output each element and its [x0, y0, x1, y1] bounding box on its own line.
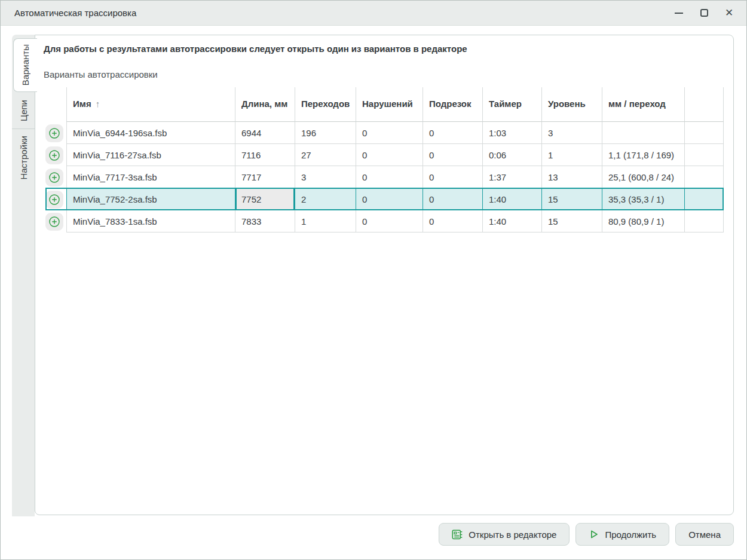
column-header-name[interactable]: Имя↑	[66, 87, 235, 122]
cell-vias: 3	[295, 166, 356, 188]
cell-len: 7116	[235, 144, 295, 166]
column-header-cuts[interactable]: Подрезок	[423, 87, 482, 122]
column-header-label: Переходов	[301, 99, 350, 110]
cell-spacer	[684, 166, 724, 188]
tab-strip: ВариантыЦепиНастройки	[12, 35, 35, 516]
cell-viol: 0	[356, 144, 423, 166]
column-header-label: Уровень	[548, 99, 586, 110]
expand-variant-button[interactable]	[45, 146, 63, 164]
sort-ascending-icon: ↑	[96, 99, 100, 110]
column-header-mmper[interactable]: мм / переход	[602, 87, 684, 122]
cell-timer: 1:40	[482, 210, 541, 232]
plus-icon	[48, 149, 60, 161]
cell-spacer	[684, 144, 724, 166]
cell-mmper: 80,9 (80,9 / 1)	[602, 210, 684, 232]
tab-label: Настройки	[19, 136, 29, 180]
cell-cuts: 0	[423, 144, 482, 166]
expand-variant-button[interactable]	[45, 169, 63, 186]
cell-vias: 27	[295, 144, 356, 166]
table-caption: Варианты автотрассировки	[44, 69, 733, 79]
board-editor-icon	[452, 529, 463, 540]
plus-icon	[48, 172, 60, 183]
cell-timer: 1:03	[482, 122, 541, 144]
window-controls: ✕	[669, 4, 746, 22]
column-header-spacer[interactable]	[684, 87, 724, 122]
continue-button[interactable]: Продолжить	[575, 523, 669, 546]
maximize-icon	[700, 9, 708, 17]
cell-spacer	[684, 210, 724, 232]
column-header-vias[interactable]: Переходов	[295, 87, 356, 122]
open-in-editor-button[interactable]: Открыть в редакторе	[439, 523, 570, 546]
plus-icon	[48, 127, 60, 139]
cell-cuts: 0	[423, 210, 482, 232]
tab-nets[interactable]: Цепи	[12, 92, 35, 129]
minimize-button[interactable]	[669, 4, 689, 22]
cell-level: 3	[541, 122, 602, 144]
column-header-len[interactable]: Длина, мм	[235, 87, 295, 122]
cell-name: MinVia_7833-1sa.fsb	[66, 210, 235, 232]
cell-vias: 196	[295, 122, 356, 144]
column-header-label: Таймер	[489, 99, 522, 110]
tab-variants[interactable]: Варианты	[13, 38, 37, 92]
cell-len: 6944	[235, 122, 295, 144]
table-row[interactable]: MinVia_7116-27sa.fsb711627000:0611,1 (17…	[45, 144, 724, 166]
cell-mmper: 25,1 (600,8 / 24)	[602, 166, 684, 188]
cell-len: 7752	[235, 188, 295, 210]
column-header-label: Подрезок	[429, 99, 472, 110]
maximize-button[interactable]	[694, 4, 714, 22]
title-bar: Автоматическая трассировка ✕	[1, 1, 746, 26]
expand-variant-button[interactable]	[45, 191, 63, 209]
cell-level: 13	[541, 166, 602, 188]
cell-timer: 0:06	[482, 144, 541, 166]
column-header-label: Длина, мм	[241, 99, 287, 110]
cancel-button[interactable]: Отмена	[675, 523, 734, 546]
plus-icon	[48, 216, 60, 228]
cell-viol: 0	[356, 188, 423, 210]
table-header-row: Имя↑Длина, ммПереходовНарушенийПодрезокТ…	[45, 87, 724, 122]
cell-viol: 0	[356, 122, 423, 144]
row-plus-cell	[45, 210, 66, 232]
window-title: Автоматическая трассировка	[14, 8, 136, 18]
continue-label: Продолжить	[605, 530, 656, 540]
column-header-viol[interactable]: Нарушений	[356, 87, 423, 122]
close-button[interactable]: ✕	[719, 4, 739, 22]
table-row[interactable]: MinVia_6944-196sa.fsb6944196001:033	[45, 122, 724, 144]
cell-len: 7717	[235, 166, 295, 188]
cell-spacer	[684, 188, 724, 210]
column-header-timer[interactable]: Таймер	[482, 87, 541, 122]
column-header-level[interactable]: Уровень	[541, 87, 602, 122]
row-plus-cell	[45, 166, 66, 188]
cell-viol: 0	[356, 210, 423, 232]
open-in-editor-label: Открыть в редакторе	[469, 530, 556, 540]
cell-level: 15	[541, 210, 602, 232]
cell-len: 7833	[235, 210, 295, 232]
table-row[interactable]: MinVia_7717-3sa.fsb77173001:371325,1 (60…	[45, 166, 724, 188]
play-icon	[589, 529, 599, 540]
cell-vias: 1	[295, 210, 356, 232]
dialog-actions: Открыть в редакторе Продолжить Отмена	[439, 523, 734, 546]
variants-table: Имя↑Длина, ммПереходовНарушенийПодрезокТ…	[45, 87, 724, 232]
variants-table-body: MinVia_6944-196sa.fsb6944196001:033MinVi…	[45, 122, 724, 232]
cell-spacer	[684, 122, 724, 144]
cell-name: MinVia_7116-27sa.fsb	[66, 144, 235, 166]
expand-variant-button[interactable]	[45, 213, 63, 231]
cell-level: 1	[541, 144, 602, 166]
row-plus-cell	[45, 122, 66, 144]
table-row[interactable]: MinVia_7752-2sa.fsb77522001:401535,3 (35…	[45, 188, 724, 210]
table-row[interactable]: MinVia_7833-1sa.fsb78331001:401580,9 (80…	[45, 210, 724, 232]
tab-settings[interactable]: Настройки	[12, 129, 35, 186]
close-icon: ✕	[725, 8, 733, 18]
plus-icon	[48, 194, 60, 206]
cell-name: MinVia_6944-196sa.fsb	[66, 122, 235, 144]
info-message: Для работы с результатами автотрассировк…	[44, 44, 733, 54]
cell-name: MinVia_7717-3sa.fsb	[66, 166, 235, 188]
minimize-icon	[675, 13, 683, 14]
expand-variant-button[interactable]	[45, 124, 63, 142]
column-header-label: Имя	[73, 99, 91, 110]
row-plus-cell	[45, 188, 66, 210]
cancel-label: Отмена	[688, 530, 721, 540]
cell-timer: 1:37	[482, 166, 541, 188]
cell-cuts: 0	[423, 188, 482, 210]
column-header-label: Нарушений	[362, 99, 413, 110]
cell-mmper: 35,3 (35,3 / 1)	[602, 188, 684, 210]
